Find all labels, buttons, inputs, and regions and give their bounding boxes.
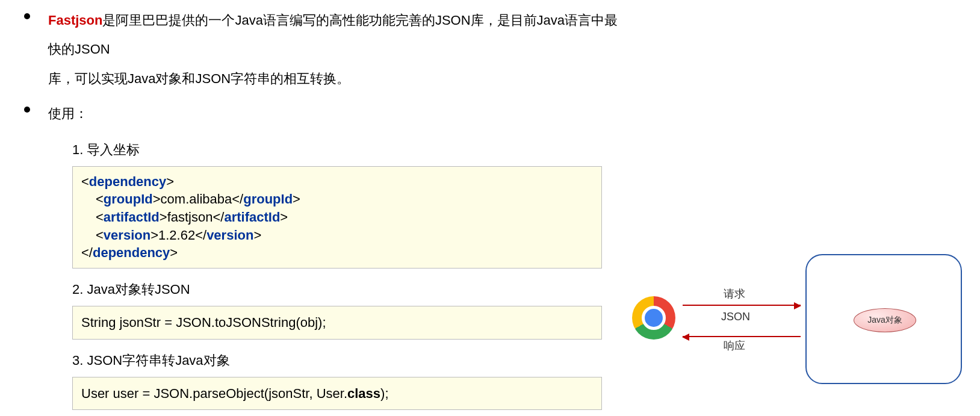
code2-text: String jsonStr = JSON.toJSONString(obj); bbox=[81, 315, 326, 330]
usage-label: 使用： bbox=[48, 99, 620, 128]
fastjson-highlight: Fastjson bbox=[48, 13, 102, 28]
intro-bullet: Fastjson是阿里巴巴提供的一个Java语言编写的高性能功能完善的JSON库… bbox=[12, 6, 620, 93]
arrow-response bbox=[683, 336, 801, 337]
code3-post: ); bbox=[380, 386, 388, 401]
step-2-title: 2. Java对象转JSON bbox=[72, 281, 620, 299]
chrome-icon bbox=[632, 296, 675, 340]
code-block-2: String jsonStr = JSON.toJSONString(obj); bbox=[72, 306, 602, 340]
arrow-request bbox=[683, 305, 801, 306]
intro-text-1: 是阿里巴巴提供的一个Java语言编写的高性能功能完善的JSON库，是目前Java… bbox=[48, 13, 618, 57]
code3-class-kw: class bbox=[347, 386, 380, 401]
code-block-3: User user = JSON.parseObject(jsonStr, Us… bbox=[72, 377, 602, 411]
code3-pre: User user = JSON.parseObject(jsonStr, Us… bbox=[81, 386, 347, 401]
usage-bullet: 使用： 1. 导入坐标 <dependency> <groupId>com.al… bbox=[12, 99, 620, 410]
intro-text-2: 库，可以实现Java对象和JSON字符串的相互转换。 bbox=[48, 64, 620, 93]
step-3-title: 3. JSON字符串转Java对象 bbox=[72, 352, 620, 370]
maven-code-block: <dependency> <groupId>com.alibaba</group… bbox=[72, 166, 602, 269]
server-box: Java对象 bbox=[805, 254, 962, 384]
java-object-oval: Java对象 bbox=[854, 308, 916, 332]
step-1-title: 1. 导入坐标 bbox=[72, 141, 620, 159]
request-response-diagram: 请求 JSON 响应 Java对象 bbox=[632, 254, 969, 393]
